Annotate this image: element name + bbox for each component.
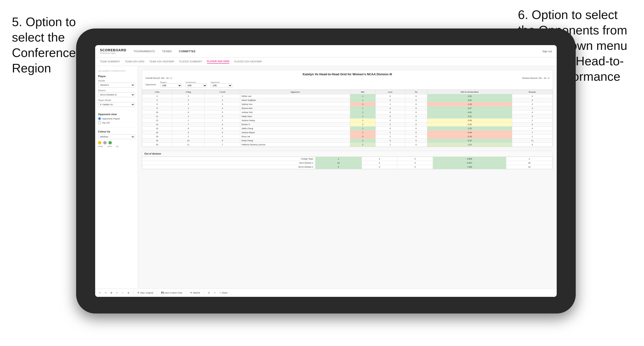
table-row: 20 11 7 Federica Domecq Lacroze 2 1 0 1.… (142, 143, 553, 147)
table-row: 3 3 1 Esther Lee 1 0 0 1.50 4 (142, 94, 553, 98)
out-of-division: Out of division Foreign Team 1 0 0 4.500… (142, 151, 553, 169)
table-header-row: # Div # Reg # Conf Opponent Win Loss Tie… (142, 90, 553, 94)
tablet-screen: SCOREBOARD Powered by clippd TOURNAMENTS… (95, 45, 557, 297)
nav-sign-out[interactable]: Sign out (542, 50, 552, 53)
table-row: 15 8 5 Stella Cheng 1 0 0 1.25 4 (142, 127, 553, 131)
out-section-title: Out of division (142, 151, 553, 157)
gender-select[interactable]: Women's Men's (98, 83, 135, 87)
radio-group: Opponents Played Top 100 (98, 117, 135, 124)
radio-top-100[interactable]: Top 100 (98, 121, 135, 124)
grid2-btn[interactable]: ⊡ (208, 292, 210, 294)
colour-select[interactable]: Win/loss (98, 134, 135, 139)
save-custom-view-btn[interactable]: 💾 Save Custom View (161, 292, 182, 294)
nav-items: TOURNAMENTS TEAMS COMMITTEE (134, 49, 542, 54)
nav-item-tournaments[interactable]: TOURNAMENTS (134, 49, 155, 54)
nav-item-committee[interactable]: COMMITTEE (179, 49, 196, 54)
logo-sub: Powered by clippd (100, 52, 126, 54)
sub-nav-team-h2h-heatmap[interactable]: TEAM H2H HEATMAP (149, 60, 174, 63)
dot-up (108, 141, 112, 144)
table-row: 19 10 6 Emily Chang 4 0 0 0.30 11 (142, 139, 553, 143)
circle-btn[interactable]: ○· (122, 292, 124, 294)
division-record: Division Record: 331 - 34 - 6 (522, 77, 549, 79)
sub-nav-player-h2h-heatmap[interactable]: PLAYER H2H HEATMAP (234, 60, 262, 63)
h2h-title: Katelyn Vo Head-to-Head Grid for Women's… (145, 72, 549, 76)
th-opponent: Opponent (240, 90, 350, 94)
th-reg: # Reg (172, 90, 204, 94)
colour-labels-row: Down Level Up (98, 145, 135, 148)
sub-nav-player-h2h-grid[interactable]: PLAYER H2H GRID (207, 60, 230, 64)
th-diff: Diff Av Strokes/Rnd (427, 90, 512, 94)
table-row: 9 1 4 Sharon Mun 1 0 0 3.67 3 (142, 106, 553, 110)
nav-item-teams[interactable]: TEAMS (162, 49, 172, 54)
cut-btn[interactable]: ✂ (116, 292, 118, 294)
division-label: Division (98, 89, 135, 92)
logo-text: SCOREBOARD (100, 48, 126, 52)
division-select[interactable]: NCAA Division III NCAA Division I NCAA D… (98, 92, 135, 97)
opponent-filter-select[interactable]: (All) (211, 83, 232, 88)
view-original-btn[interactable]: 👁 View: Original (137, 292, 153, 294)
colour-level-label: Level (107, 145, 112, 148)
logo-area: SCOREBOARD Powered by clippd (100, 48, 126, 54)
sidebar-divider (98, 110, 135, 110)
opponents-filter-label: Opponents: (145, 83, 156, 86)
nav-bar: SCOREBOARD Powered by clippd TOURNAMENTS… (95, 45, 557, 57)
plus-circle-btn[interactable]: ⊕ (128, 292, 130, 294)
opponent-filter-label: Opponent (211, 81, 232, 83)
export-btn[interactable]: ↗ (214, 292, 216, 294)
sub-nav: TEAM SUMMARY TEAM H2H GRID TEAM H2H HEAT… (95, 57, 557, 66)
player-rank-label: Player (Rank) (98, 99, 135, 101)
table-row: 5 2 2 Alexis Sudjianto 1 0 0 4.00 3 (142, 98, 553, 102)
grid-btn[interactable]: ⊞ (110, 292, 112, 294)
player-rank-select[interactable]: 8. Katelyn Vo (98, 102, 135, 107)
table-row: 10 6 3 Andrea York 2 0 0 4.00 4 (142, 110, 553, 115)
data-table-wrapper: # Div # Reg # Conf Opponent Win Loss Tie… (142, 90, 553, 147)
main-content: Last Updated: 27/03/2024 08:44 Player Ge… (95, 66, 557, 297)
toolbar-sep-2 (157, 291, 157, 295)
th-rounds: Rounds (512, 90, 552, 94)
last-updated: Last Updated: 27/03/2024 08:44 (98, 70, 135, 72)
table-row: 18 2 2 Euna Lee 0 2 0 -5.00 2 (142, 135, 553, 139)
watch-btn[interactable]: 👁 Watch▾ (190, 292, 200, 294)
bottom-toolbar: ↩ ↪ ⊞ ✂ ○· ⊕ 👁 View: Original 💾 Save Cus… (95, 288, 557, 297)
table-row: 14 7 4 Eunice Yi 2 2 0 0.38 9 (142, 123, 553, 127)
table-row: 13 1 1 Jessica Huang 1 0 0 -3.00 2 (142, 119, 553, 123)
overall-record: Overall Record: 353 - 34 - 6 (145, 77, 172, 79)
table-row: 11 2 5 Heejo Hyun 1 0 0 3.33 3 (142, 115, 553, 119)
dot-level (103, 141, 106, 144)
radio-opponents-played[interactable]: Opponents Played (98, 117, 135, 120)
opponent-view-title: Opponent view (98, 113, 135, 116)
th-win: Win (350, 90, 376, 94)
tablet-shell: SCOREBOARD Powered by clippd TOURNAMENTS… (76, 28, 576, 314)
redo-btn[interactable]: ↪ (105, 292, 106, 294)
colour-section: Colour by Win/loss Down Level Up (98, 130, 135, 148)
conference-filter-label: Conference (186, 81, 207, 83)
toolbar-sep-3 (186, 291, 186, 295)
sub-nav-team-summary[interactable]: TEAM SUMMARY (100, 60, 120, 63)
sidebar: Last Updated: 27/03/2024 08:44 Player Ge… (95, 66, 138, 297)
colour-dots (98, 141, 135, 144)
gender-label: Gender (98, 80, 135, 82)
colour-up-label: Up (116, 145, 118, 148)
th-conf: # Conf (204, 90, 240, 94)
player-section-title: Player (98, 75, 135, 78)
content-area: Katelyn Vo Head-to-Head Grid for Women's… (138, 66, 557, 297)
h2h-table: # Div # Reg # Conf Opponent Win Loss Tie… (142, 90, 553, 147)
colour-label: Colour by (98, 130, 135, 133)
sub-nav-player-summary[interactable]: PLAYER SUMMARY (179, 60, 202, 63)
toolbar-sep-1 (133, 291, 134, 295)
th-div: # Div (142, 90, 172, 94)
th-loss: Loss (376, 90, 405, 94)
share-btn[interactable]: ⤡ Share (219, 292, 228, 294)
out-division-table: Foreign Team 1 0 0 4.500 2 NAIA Division… (142, 157, 553, 169)
h2h-records: Overall Record: 353 - 34 - 6 Division Re… (145, 77, 549, 79)
th-tie: Tie (405, 90, 427, 94)
region-filter-select[interactable]: (All) (160, 83, 182, 88)
undo-btn[interactable]: ↩ (99, 292, 101, 294)
sidebar-divider-2 (98, 127, 135, 127)
colour-down-label: Down (98, 145, 103, 148)
sub-nav-team-h2h-grid[interactable]: TEAM H2H GRID (125, 60, 144, 63)
table-row: 16 3 6 Jessica Mason 1 2 0 -0.94 7 (142, 131, 553, 135)
out-table-row: NCAA Division 2 5 0 0 7.400 10 (142, 165, 553, 169)
conference-filter-select[interactable]: (All) (186, 83, 207, 88)
dot-down (98, 141, 101, 144)
